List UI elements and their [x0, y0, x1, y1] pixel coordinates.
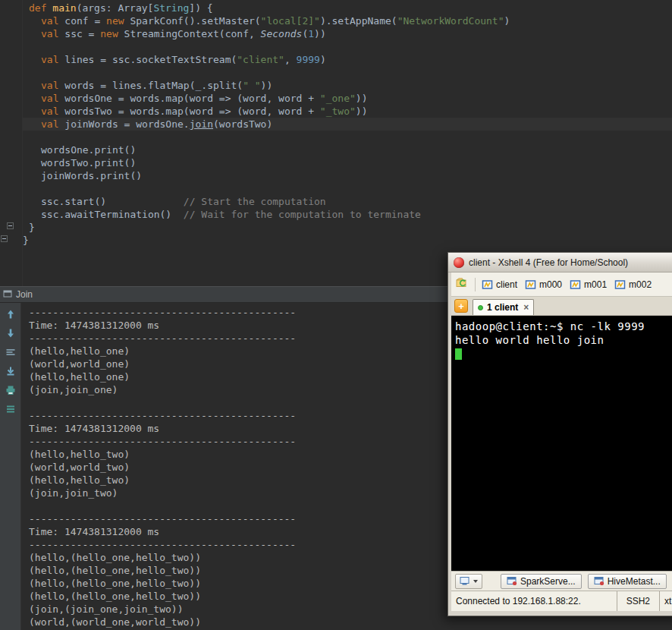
session-label: m002 [629, 279, 652, 290]
code-line: val conf = new SparkConf().setMaster("lo… [23, 14, 672, 27]
terminal[interactable]: hadoop@client:~$ nc -lk 9999hello world … [451, 316, 672, 571]
code-line: joinWords.print() [23, 169, 672, 182]
window-title: client - Xshell 4 (Free for Home/School) [469, 257, 628, 268]
tab-label: 1 client [487, 302, 518, 313]
quick-command-label: SparkServe... [520, 576, 576, 587]
fold-marker-icon[interactable] [1, 235, 8, 242]
protocol-status: SSH2 [617, 591, 659, 611]
screen: { "colors": { "editor_background": "#2B2… [0, 0, 672, 630]
code-line: val wordsTwo = words.map(word => (word, … [23, 105, 672, 118]
console-title: Join [16, 289, 33, 300]
code-line: } [23, 234, 672, 247]
code-line: } [23, 221, 672, 234]
plus-icon: + [458, 301, 464, 312]
code-line: val words = lines.flatMap(_.split(" ")) [23, 79, 672, 92]
xshell-toolbar: clientm000m001m002 [451, 272, 672, 297]
terminal-line: hello world hello join [455, 333, 672, 347]
quick-command-set-button[interactable] [455, 574, 482, 589]
window-icon [507, 576, 517, 586]
code-editor[interactable]: def main(args: Array[String]) {val conf … [0, 0, 672, 286]
code-line: val joinWords = wordsOne.join(wordsTwo) [23, 118, 672, 131]
code-line [23, 131, 672, 143]
session-icon [614, 279, 626, 290]
code-lines: def main(args: Array[String]) {val conf … [23, 2, 672, 247]
xshell-tabbar: + 1 client × [451, 297, 672, 316]
session-button-m000[interactable]: m000 [525, 279, 562, 290]
code-line [23, 66, 672, 79]
session-button-client[interactable]: client [482, 279, 517, 290]
dropdown-caret-icon [473, 580, 478, 583]
code-line [23, 182, 672, 195]
run-panel-icon [3, 288, 12, 301]
editor-gutter [0, 0, 23, 286]
print-icon[interactable] [5, 385, 17, 395]
session-button-m001[interactable]: m001 [570, 279, 607, 290]
new-tab-button[interactable]: + [454, 299, 468, 313]
toolbar-separator [475, 278, 476, 291]
console-toolbar [0, 303, 21, 630]
code-line: val lines = ssc.socketTextStream("client… [23, 53, 672, 66]
code-line [23, 40, 672, 53]
quick-command-bar: SparkServe...HiveMetast... [451, 571, 672, 591]
terminal-tab[interactable]: 1 client × [473, 299, 534, 315]
clear-console-icon[interactable] [5, 404, 17, 414]
session-label: client [496, 279, 517, 290]
soft-wrap-icon[interactable] [5, 347, 17, 358]
terminal-line: hadoop@client:~$ nc -lk 9999 [455, 320, 672, 333]
console-line: (world,(world_one,world_two)) [29, 616, 672, 628]
terminal-cursor [455, 348, 462, 360]
code-line: val wordsOne = words.map(word => (word, … [23, 92, 672, 105]
connected-dot-icon [478, 305, 483, 310]
arrow-down-icon[interactable] [5, 328, 17, 339]
session-icon [482, 279, 493, 290]
screen-icon [460, 576, 470, 586]
quick-command-button[interactable]: SparkServe... [501, 574, 582, 589]
session-icon [570, 279, 581, 290]
code-line: ssc.awaitTermination() // Wait for the c… [23, 208, 672, 221]
code-line: wordsTwo.print() [23, 156, 672, 169]
xshell-statusbar: Connected to 192.168.1.88:22. SSH2 xt [451, 591, 672, 611]
xshell-window: client - Xshell 4 (Free for Home/School)… [447, 252, 672, 616]
quick-command-label: HiveMetast... [608, 576, 661, 587]
code-line: ssc.start() // Start the computation [23, 195, 672, 208]
xshell-app-icon[interactable] [454, 257, 464, 268]
arrow-up-icon[interactable] [5, 309, 17, 320]
open-session-icon[interactable] [456, 277, 469, 291]
xshell-titlebar[interactable]: client - Xshell 4 (Free for Home/School) [448, 253, 672, 272]
fold-marker-icon[interactable] [7, 222, 14, 229]
scroll-to-end-icon[interactable] [5, 366, 17, 376]
code-line: val ssc = new StreamingContext(conf, Sec… [23, 27, 672, 40]
connection-status: Connected to 192.168.1.88:22. [456, 596, 617, 606]
session-button-m002[interactable]: m002 [614, 279, 652, 290]
window-icon [594, 576, 604, 586]
session-label: m001 [584, 279, 607, 290]
terminal-type-status: xt [659, 591, 672, 611]
quick-command-button[interactable]: HiveMetast... [588, 574, 667, 589]
session-icon [525, 279, 536, 290]
code-line: def main(args: Array[String]) { [23, 2, 672, 14]
tab-close-icon[interactable]: × [523, 302, 529, 313]
session-label: m000 [539, 279, 562, 290]
code-line: wordsOne.print() [23, 143, 672, 156]
